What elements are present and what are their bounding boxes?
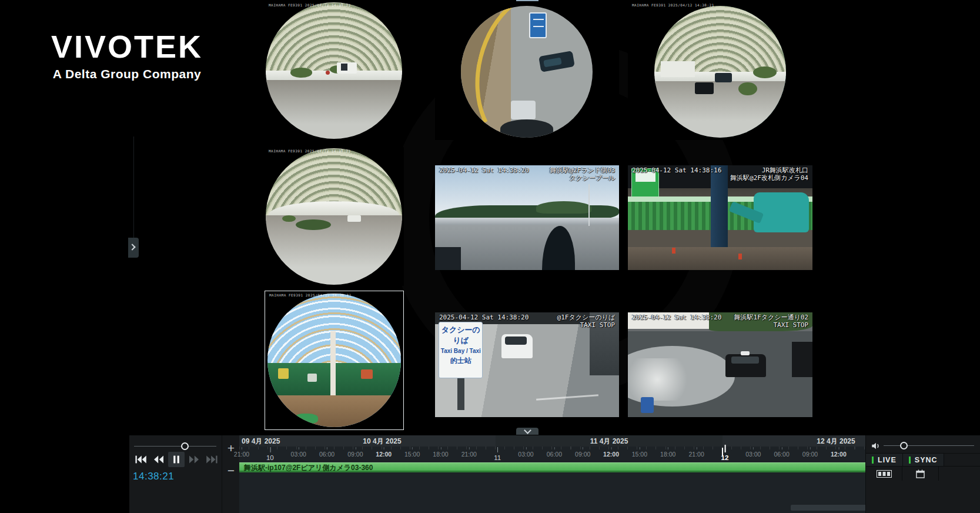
sync-button[interactable]: SYNC — [903, 454, 944, 466]
recording-track[interactable]: 舞浜駅-ip107@2Fピアリ側カメラ03-360 — [239, 462, 865, 472]
left-panel-expander[interactable] — [128, 238, 139, 258]
timeline-date-label: 10 4月 2025 — [363, 437, 401, 447]
tick-label: 18:00 — [660, 451, 675, 458]
rewind-icon — [152, 455, 165, 464]
camera-timestamp: 2025-04-12 Sat 14:38:16 — [632, 166, 721, 174]
skip-to-start-button[interactable] — [133, 452, 149, 467]
tick-label: 10 — [266, 454, 274, 461]
fast-forward-icon — [188, 455, 200, 464]
recording-track-label: 舞浜駅-ip107@2Fピアリ側カメラ03-360 — [244, 463, 373, 473]
camera-tile-7-selected[interactable]: MAIHAMA FE9391 2025/04/12 14:38:21 — [265, 291, 404, 430]
right-controls-panel: LIVE SYNC — [865, 435, 980, 513]
chevron-right-icon — [129, 244, 135, 250]
collapse-bottom-button[interactable] — [516, 428, 539, 435]
camera-label: @1Fタクシーのりば TAXI STOP — [557, 314, 615, 329]
live-indicator — [872, 457, 874, 464]
taxi-sign-line3: 的士站 — [439, 356, 482, 366]
tick-label: 21:00 — [461, 451, 477, 458]
camera-tile-6[interactable]: 2025-04-12 Sat 14:38:16 JR舞浜駅改札口 舞浜駅@2F改… — [628, 165, 812, 270]
logo-tagline: A Delta Group Company — [35, 67, 219, 81]
logo-text: VIVOTEK — [35, 31, 219, 62]
playhead-marker[interactable] — [722, 448, 723, 457]
tick-label: 15:00 — [632, 451, 647, 458]
fast-forward-button[interactable] — [186, 452, 202, 467]
timeline-date-row: 09 4月 202510 4月 202511 4月 202512 4月 2025 — [239, 435, 865, 447]
filmstrip-icon — [877, 470, 892, 478]
tick-label: 09:00 — [347, 451, 363, 458]
vivotek-logo: VIVOTEK A Delta Group Company — [35, 31, 219, 81]
camera-timestamp: 2025-04-12 Sat 14:38:20 — [439, 314, 529, 321]
skip-end-icon — [205, 455, 218, 464]
timeline-zoom-out-button[interactable]: − — [222, 464, 240, 479]
timeline[interactable]: 09 4月 202510 4月 202511 4月 202512 4月 2025… — [239, 435, 865, 513]
tick-label: 11 — [494, 454, 501, 461]
calendar-icon — [916, 469, 925, 478]
speed-slider-knob[interactable] — [181, 442, 189, 450]
volume-slider[interactable] — [884, 442, 976, 450]
camera-osd: MAIHAMA FE9391 2025/04/12 14:38:21 — [269, 293, 352, 297]
sync-indicator — [909, 457, 911, 464]
skip-to-end-button[interactable] — [203, 452, 220, 467]
taxi-sign-line2: Taxi Bay / Taxi — [439, 348, 482, 354]
vms-application: VIVOTEK A Delta Group Company MAIHAMA FE… — [0, 0, 980, 513]
timeline-zoom-controls: + − — [222, 435, 239, 513]
tick-label: 21:00 — [688, 451, 704, 458]
tick-label: 03:00 — [745, 451, 761, 458]
camera-timestamp: 2025-04-12 Sat 14:38:20 — [439, 166, 529, 174]
fisheye-view — [461, 6, 593, 138]
tick-label: 09:00 — [575, 451, 590, 458]
chevron-down-icon — [524, 427, 531, 434]
timeline-date-label: 09 4月 2025 — [242, 437, 280, 447]
camera-tile-4[interactable]: MAIHAMA FE9391 2025/04/12 14:38:21 — [265, 147, 404, 286]
tick-label: 12:00 — [376, 451, 392, 458]
camera-tile-9[interactable]: 2025-04-12 Sat 14:38:20 舞浜駅1Fタクシー通り02 TA… — [628, 312, 812, 417]
playback-controls: 14:38:21 — [129, 435, 222, 513]
tick-label: 03:00 — [291, 451, 306, 458]
tick-label: 06:00 — [774, 451, 790, 458]
calendar-view-button[interactable] — [902, 467, 939, 481]
tick-label: 18:00 — [433, 451, 448, 458]
camera-tile-2[interactable] — [435, 1, 619, 140]
rewind-button[interactable] — [150, 452, 167, 467]
current-time-display: 14:38:21 — [133, 471, 174, 482]
bottom-control-bar: 14:38:21 + − 09 4月 202510 4月 202511 4月 2… — [129, 435, 980, 513]
camera-label: JR舞浜駅改札口 舞浜駅@2F改札側カメラ04 — [730, 166, 808, 182]
camera-tile-1[interactable]: MAIHAMA FE9391 2025/04/12 14:38:21 — [265, 1, 404, 140]
left-panel-divider — [133, 136, 134, 238]
tick-label: 12:00 — [831, 451, 847, 458]
camera-tile-8[interactable]: タクシーのりば Taxi Bay / Taxi 的士站 2025-04-12 S… — [435, 312, 619, 417]
camera-label: 舞浜駅@2Fランド側03 タクシープール — [550, 166, 615, 182]
camera-tile-5[interactable]: 2025-04-12 Sat 14:38:20 舞浜駅@2Fランド側03 タクシ… — [435, 165, 619, 270]
tick-label: 06:00 — [319, 451, 335, 458]
tick-label: 15:00 — [404, 451, 420, 458]
tick-label: 12:00 — [603, 451, 619, 458]
live-button[interactable]: LIVE — [866, 454, 903, 466]
playback-speed-slider[interactable] — [134, 442, 216, 451]
camera-osd: MAIHAMA FE9391 2025/04/12 14:38:21 — [632, 3, 714, 7]
pause-button[interactable] — [168, 452, 185, 467]
timeline-view-button[interactable] — [866, 467, 902, 481]
timeline-date-label: 12 4月 2025 — [817, 437, 855, 447]
fisheye-view — [267, 294, 401, 427]
fisheye-view — [266, 148, 402, 285]
volume-slider-knob[interactable] — [900, 442, 908, 449]
skip-start-icon — [135, 455, 148, 464]
tick-label: 03:00 — [518, 451, 533, 458]
fisheye-view — [654, 6, 786, 138]
camera-osd: MAIHAMA FE9391 2025/04/12 14:38:21 — [269, 3, 351, 7]
speaker-icon[interactable] — [871, 441, 881, 451]
fisheye-view — [266, 2, 402, 139]
pause-icon — [172, 455, 181, 464]
tick-label: 06:00 — [547, 451, 562, 458]
camera-tile-3[interactable]: MAIHAMA FE9391 2025/04/12 14:38:21 — [628, 1, 812, 140]
tick-label: 21:00 — [234, 451, 249, 458]
camera-osd: MAIHAMA FE9391 2025/04/12 14:38:21 — [269, 149, 351, 153]
camera-label: 舞浜駅1Fタクシー通り02 TAXI STOP — [734, 314, 808, 329]
tick-label: 09:00 — [802, 451, 818, 458]
timeline-date-label: 11 4月 2025 — [590, 437, 628, 447]
camera-timestamp: 2025-04-12 Sat 14:38:20 — [632, 314, 721, 321]
timeline-tick-row: 21:001003:0006:0009:0012:0015:0018:0021:… — [239, 447, 865, 462]
